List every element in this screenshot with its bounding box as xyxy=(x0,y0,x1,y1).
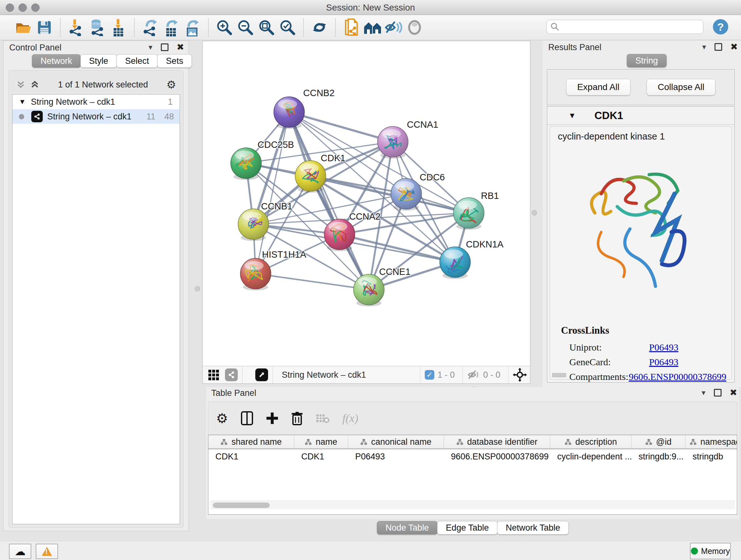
table-cell[interactable]: cyclin-dependent ... xyxy=(550,449,631,464)
crosslink-link[interactable]: P06493 xyxy=(649,357,678,368)
node-cdkn1a[interactable]: CDKN1A xyxy=(440,239,503,279)
results-scroll-thumb[interactable] xyxy=(552,373,566,377)
refresh-arrows-icon xyxy=(311,19,328,36)
network-options-gear-icon[interactable]: ⚙ xyxy=(166,78,176,91)
tab-select[interactable]: Select xyxy=(117,54,158,68)
zoom-out-button[interactable] xyxy=(237,18,254,37)
collapse-all-networks-icon[interactable] xyxy=(16,80,25,89)
open-navigator-icon[interactable] xyxy=(255,368,268,381)
crosslink-link[interactable]: P06493 xyxy=(649,342,678,353)
expand-all-networks-icon[interactable] xyxy=(30,80,40,89)
collection-caret-icon[interactable]: ▼ xyxy=(19,98,26,106)
network-row[interactable]: String Network – cdk1 11 48 xyxy=(12,109,180,124)
grid-view-icon[interactable] xyxy=(208,368,220,381)
table-cell[interactable]: stringdb:9... xyxy=(631,449,685,464)
close-panel-icon[interactable]: ✖ xyxy=(731,44,738,50)
crosslink-link[interactable]: 9606.ENSP00000378699 xyxy=(629,371,726,382)
network-share-icon[interactable] xyxy=(225,368,238,381)
show-columns-icon[interactable] xyxy=(241,411,253,425)
table-row[interactable]: CDK1CDK1P064939606.ENSP00000378699cyclin… xyxy=(208,449,737,464)
edge-hist1h1a-ccne1[interactable] xyxy=(256,273,369,290)
table-cell[interactable]: CDK1 xyxy=(294,449,348,464)
export-image-button[interactable] xyxy=(184,18,201,37)
left-splitter-handle[interactable] xyxy=(195,286,200,292)
collapse-panel-icon[interactable]: ▾ xyxy=(702,43,706,51)
gene-header[interactable]: ▼ CDK1 xyxy=(547,107,734,125)
table-header-row: shared namenamecanonical namedatabase id… xyxy=(208,435,737,449)
close-panel-icon[interactable]: ✖ xyxy=(177,44,184,51)
zoom-fit-button[interactable] xyxy=(258,18,275,37)
open-session-button[interactable] xyxy=(14,18,32,37)
node-cdk1[interactable]: CDK1 xyxy=(295,153,345,193)
create-column-icon[interactable] xyxy=(266,412,279,425)
network-canvas[interactable]: CCNB2CCNA1CDC25BCDK1CDC6RB1CCNB1CCNA2CDK… xyxy=(203,41,530,366)
column-header-name[interactable]: name xyxy=(294,435,348,449)
collapse-panel-icon[interactable]: ▾ xyxy=(701,388,705,397)
column-header-database-identifier[interactable]: database identifier xyxy=(444,435,550,449)
node-hist1h1a[interactable]: HIST1H1A xyxy=(240,249,307,291)
column-header-description[interactable]: description xyxy=(550,435,631,449)
import-table-button[interactable] xyxy=(110,18,127,37)
toolbar-divider xyxy=(208,18,209,37)
table-hscroll-thumb[interactable] xyxy=(213,503,270,508)
hide-graphics-details-button[interactable] xyxy=(385,18,402,37)
column-header-namespace[interactable]: namespace xyxy=(685,435,737,449)
node-cdc25b[interactable]: CDC25B xyxy=(231,139,294,180)
tab-node-table[interactable]: Node Table xyxy=(377,521,437,535)
edge-cdk1-rb1[interactable] xyxy=(311,176,469,213)
table-settings-gear-icon[interactable]: ⚙ xyxy=(216,411,228,426)
selected-nodes-checkbox[interactable]: ✓ xyxy=(425,370,434,380)
show-graphics-details-button[interactable] xyxy=(406,18,423,37)
network-collection-row[interactable]: ▼ String Network – cdk1 1 xyxy=(12,95,180,109)
node-rb1[interactable]: RB1 xyxy=(454,191,499,230)
float-panel-icon[interactable] xyxy=(715,43,722,51)
table-cell[interactable]: stringdb xyxy=(685,449,737,464)
tab-sets[interactable]: Sets xyxy=(157,54,192,68)
float-panel-icon[interactable] xyxy=(161,44,169,51)
import-network-file-button[interactable] xyxy=(67,18,85,37)
edge-ccnb2-ccna1[interactable] xyxy=(289,112,393,142)
edge-ccnb2-ccne1[interactable] xyxy=(289,112,369,290)
column-header-shared-name[interactable]: shared name xyxy=(208,435,294,449)
delete-column-icon[interactable] xyxy=(291,411,303,425)
first-neighbors-button[interactable] xyxy=(342,18,360,37)
export-table-button[interactable] xyxy=(162,18,180,37)
search-input[interactable] xyxy=(559,22,695,32)
node-ccne1[interactable]: CCNE1 xyxy=(354,266,410,307)
welcome-screen-button[interactable] xyxy=(363,18,381,37)
zoom-selected-button[interactable] xyxy=(279,18,296,37)
cloud-status-button[interactable]: ☁ xyxy=(9,544,31,559)
close-panel-icon[interactable]: ✖ xyxy=(730,389,737,396)
collapse-all-button[interactable]: Collapse All xyxy=(647,79,716,96)
zoom-in-button[interactable] xyxy=(215,18,233,37)
export-network-button[interactable] xyxy=(141,18,159,37)
table-cell[interactable]: CDK1 xyxy=(208,449,294,464)
table-cell[interactable]: P06493 xyxy=(348,449,444,464)
apply-layout-button[interactable] xyxy=(311,18,328,37)
table-cell[interactable]: 9606.ENSP00000378699 xyxy=(444,449,550,464)
node-label-hist1h1a: HIST1H1A xyxy=(262,249,307,260)
tab-string[interactable]: String xyxy=(627,54,667,67)
gene-caret-icon[interactable]: ▼ xyxy=(568,111,576,120)
tab-network[interactable]: Network xyxy=(32,54,81,68)
column-header--id[interactable]: @id xyxy=(631,435,685,449)
tab-edge-table[interactable]: Edge Table xyxy=(437,521,497,535)
collapse-panel-icon[interactable]: ▾ xyxy=(148,43,152,52)
warnings-button[interactable] xyxy=(36,544,58,559)
column-header-canonical-name[interactable]: canonical name xyxy=(348,435,444,449)
node-ccna1[interactable]: CCNA1 xyxy=(378,119,438,159)
node-ccnb1[interactable]: CCNB1 xyxy=(238,201,292,241)
tab-network-table[interactable]: Network Table xyxy=(497,521,569,535)
open-folder-icon xyxy=(15,20,31,35)
right-splitter-handle[interactable] xyxy=(532,210,537,215)
float-panel-icon[interactable] xyxy=(714,389,722,396)
import-network-database-button[interactable] xyxy=(88,18,106,37)
tab-style[interactable]: Style xyxy=(80,54,117,68)
network-graph-svg[interactable]: CCNB2CCNA1CDC25BCDK1CDC6RB1CCNB1CCNA2CDK… xyxy=(203,41,530,366)
help-button[interactable]: ? xyxy=(713,19,728,35)
expand-all-button[interactable]: Expand All xyxy=(566,79,630,96)
memory-button[interactable]: Memory xyxy=(690,543,731,559)
save-session-button[interactable] xyxy=(36,18,53,37)
hidden-elements-icon[interactable] xyxy=(467,370,480,380)
fit-content-crosshair-icon[interactable] xyxy=(513,368,527,382)
